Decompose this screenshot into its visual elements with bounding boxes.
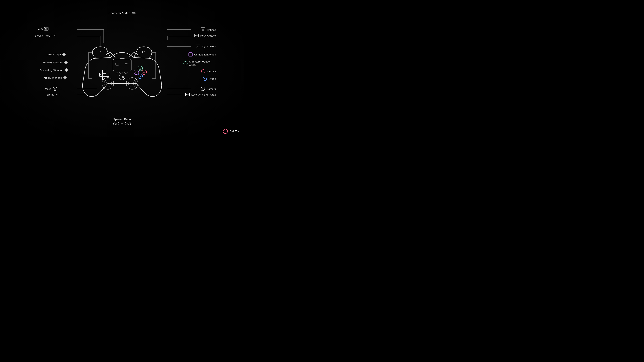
- svg-rect-32: [65, 69, 66, 70]
- svg-rect-78: [116, 63, 119, 65]
- arrow-type-label: Arrow Type: [48, 53, 66, 56]
- svg-rect-33: [67, 69, 68, 70]
- dpad-primary-icon: [64, 61, 68, 64]
- svg-point-50: [121, 72, 123, 74]
- svg-rect-28: [66, 62, 68, 63]
- svg-rect-31: [66, 70, 67, 71]
- svg-text:□: □: [135, 71, 137, 73]
- r2-badge: R2: [194, 34, 198, 37]
- svg-rect-35: [64, 76, 66, 77]
- svg-text:○: ○: [143, 71, 144, 73]
- dpad-icon: [62, 53, 66, 56]
- keyboard-icon: ⌨: [132, 12, 136, 14]
- light-attack-label: R1 Light Attack: [196, 44, 216, 48]
- evade-label: ✕ Evade: [203, 77, 216, 81]
- circle-icon: ○: [201, 69, 205, 73]
- svg-text:L: L: [107, 82, 108, 84]
- svg-text:L1: L1: [106, 55, 108, 57]
- signature-weapon-label: △ Signature Weapon Ability: [184, 60, 216, 66]
- svg-rect-45: [120, 58, 124, 59]
- svg-marker-58: [104, 70, 105, 71]
- svg-marker-61: [108, 74, 109, 75]
- main-scene: Character & Map ⌨ Options Aim L2 Block /…: [0, 0, 244, 137]
- secondary-weapon-label: Secondary Weapon: [40, 68, 68, 72]
- svg-rect-39: [64, 77, 66, 78]
- l3-badge: L3: [55, 93, 59, 96]
- interact-label: ○ Interact: [201, 69, 216, 73]
- svg-marker-22: [64, 55, 64, 56]
- svg-text:L2: L2: [98, 51, 101, 53]
- options-label: Options: [201, 27, 216, 32]
- svg-marker-21: [64, 53, 64, 54]
- svg-text:PS: PS: [121, 76, 124, 78]
- primary-weapon-label: Primary Weapon: [43, 61, 68, 64]
- svg-text:R: R: [131, 82, 133, 84]
- controller-image: L2 R2 L1 R1 PS: [82, 38, 162, 98]
- spartan-l3-badge: L3: [113, 122, 119, 125]
- tertiary-weapon-label: Tertiary Weapon: [42, 76, 66, 79]
- svg-marker-24: [65, 54, 65, 55]
- svg-rect-27: [64, 62, 66, 63]
- spartan-rage-section: Spartan Rage L3 + R3: [113, 118, 131, 125]
- camera-label: R Camera: [200, 87, 216, 91]
- r1-badge: R1: [196, 44, 200, 48]
- svg-text:△: △: [139, 67, 141, 70]
- svg-rect-37: [64, 77, 64, 78]
- svg-rect-20: [64, 54, 64, 55]
- svg-rect-44: [113, 59, 131, 71]
- aim-label: Aim L2: [38, 27, 48, 30]
- heavy-attack-label: R2 Heavy Attack: [194, 34, 216, 37]
- plus-sign: +: [121, 122, 123, 125]
- svg-point-52: [126, 72, 128, 74]
- options-icon: [201, 27, 205, 32]
- svg-rect-30: [66, 68, 67, 69]
- l2-badge: L2: [44, 27, 48, 30]
- svg-rect-29: [66, 62, 66, 63]
- dpad-tertiary-icon: [63, 76, 66, 79]
- svg-rect-25: [66, 61, 66, 62]
- svg-rect-26: [66, 63, 66, 64]
- dpad-secondary-icon: [64, 68, 68, 72]
- svg-point-49: [119, 72, 120, 74]
- triangle-icon: △: [184, 61, 188, 65]
- svg-point-51: [124, 72, 126, 74]
- svg-rect-34: [66, 69, 67, 70]
- svg-text:✕: ✕: [139, 75, 141, 78]
- svg-marker-60: [100, 74, 101, 75]
- l-badge: L: [53, 87, 57, 91]
- svg-marker-23: [63, 54, 64, 55]
- companion-action-label: □ Companion Action: [188, 52, 216, 56]
- svg-rect-38: [66, 77, 66, 78]
- svg-text:R1: R1: [134, 55, 136, 57]
- layout-container: Character & Map ⌨ Options Aim L2 Block /…: [22, 10, 223, 127]
- square-icon: □: [188, 52, 192, 56]
- l1-badge: L1: [52, 34, 56, 37]
- lock-on-label: R3 Lock-On / Stun Grab: [185, 93, 216, 96]
- r-badge: R: [200, 87, 205, 91]
- svg-text:R2: R2: [142, 51, 145, 53]
- spartan-r3-badge: R3: [125, 122, 131, 125]
- r3-badge: R3: [185, 93, 190, 96]
- move-label: Move L: [45, 87, 57, 91]
- sprint-label: Sprint L3: [46, 93, 59, 96]
- character-map-label: Character & Map ⌨: [109, 12, 136, 15]
- svg-point-48: [116, 72, 118, 74]
- cross-icon: ✕: [203, 77, 207, 81]
- svg-rect-36: [64, 78, 66, 79]
- block-parry-label: Block / Parry L1: [35, 34, 56, 37]
